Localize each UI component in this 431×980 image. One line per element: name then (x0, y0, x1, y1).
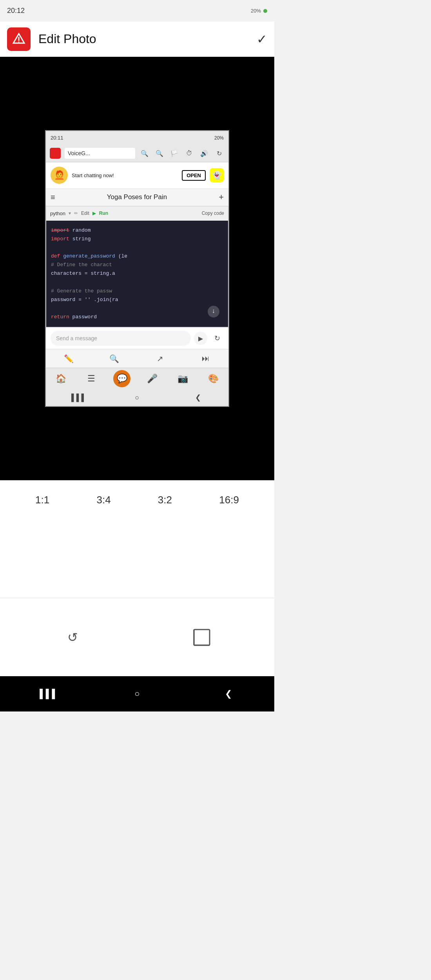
url-bar[interactable]: VoiceG... (65, 148, 135, 159)
code-line-5: characters = string.a (51, 269, 223, 278)
outer-back-button[interactable]: ❮ (219, 684, 238, 704)
send-button[interactable]: ▶ (194, 332, 207, 345)
status-icons: 20% (251, 8, 267, 14)
crop-tool[interactable] (188, 624, 216, 651)
menu-nav-icon[interactable]: ☰ (83, 370, 100, 387)
outer-recent-button[interactable]: ▐▐▐ (36, 684, 56, 704)
home-button[interactable]: ○ (129, 394, 145, 402)
confirm-button[interactable]: ✓ (257, 32, 267, 47)
zoom-out-icon[interactable]: 🔍 (139, 148, 150, 159)
status-bar: 20:12 20% (0, 0, 274, 22)
code-line-blank1 (51, 243, 223, 252)
sound-icon[interactable]: 🔊 (199, 148, 210, 159)
regenerate-button[interactable]: ↻ (210, 332, 224, 345)
code-line-3: def generate_password (le (51, 252, 223, 261)
code-line-6: # Generate the passw (51, 287, 223, 296)
battery-text: 20% (251, 8, 261, 14)
code-container: python ▾ ✏ Edit ▶ Run Copy code import r… (46, 206, 228, 327)
home-nav-icon[interactable]: 🏠 (53, 370, 70, 387)
ad-banner: 🧑‍🦰 Start chatting now! OPEN 👻 (46, 162, 228, 189)
url-text: VoiceG... (68, 150, 90, 156)
code-block: import random import string def generate… (46, 221, 228, 327)
browser-app-icon (50, 148, 61, 159)
svg-rect-3 (194, 630, 210, 645)
aspect-ratio-bar: 1:1 3:4 3:2 16:9 (0, 480, 274, 519)
code-line-8: return password ↓ (51, 313, 223, 321)
import-keyword-1: import (51, 227, 69, 233)
password-line: password = (51, 297, 85, 303)
comment-2: # Generate the passw (51, 288, 112, 294)
inner-battery: 20% (214, 135, 224, 141)
fast-forward-icon[interactable]: ⏭ (199, 352, 213, 366)
def-keyword: def (51, 253, 63, 259)
page-nav: ≡ Yoga Poses for Pain + (46, 189, 228, 206)
characters-line: characters = string.a (51, 270, 115, 276)
recent-apps-button[interactable]: ▐▐▐ (69, 394, 84, 402)
ad-text: Start chatting now! (72, 172, 178, 178)
code-line-2: import string (51, 235, 223, 243)
copy-label[interactable]: Copy code (202, 211, 224, 216)
pencil-icon[interactable]: ✏️ (62, 352, 76, 366)
code-toolbar: python ▾ ✏ Edit ▶ Run Copy code (46, 207, 228, 221)
page-nav-title: Yoga Poses for Pain (59, 193, 215, 201)
code-line-blank3 (51, 304, 223, 313)
ad-open-button[interactable]: OPEN (182, 170, 206, 181)
camera-nav-icon[interactable]: 📷 (174, 370, 191, 387)
string-value: '' (85, 297, 91, 303)
signal-dot (263, 9, 267, 13)
language-label: python (50, 211, 65, 216)
outer-bottom-nav: ▐▐▐ ○ ❮ (0, 676, 274, 711)
aspect-3-4[interactable]: 3:4 (96, 494, 110, 506)
run-label[interactable]: Run (99, 211, 108, 216)
message-input[interactable]: Send a message (51, 331, 191, 346)
hamburger-icon[interactable]: ≡ (51, 193, 55, 202)
comment-1: # Define the charact (51, 262, 112, 268)
chat-nav-icon[interactable]: 💬 (113, 370, 130, 387)
page-title: Edit Photo (38, 32, 257, 46)
share-icon[interactable]: ↗ (153, 352, 167, 366)
return-keyword: return (51, 314, 72, 320)
aspect-16-9[interactable]: 16:9 (219, 494, 239, 506)
inner-status-bar: 20:11 20% (46, 131, 228, 145)
function-name: generate_password (63, 253, 115, 259)
aspect-3-2[interactable]: 3:2 (158, 494, 172, 506)
status-time: 20:12 (7, 7, 25, 15)
import-keyword-2: import (51, 236, 69, 242)
aspect-1-1[interactable]: 1:1 (35, 494, 49, 506)
browser-toolbar[interactable]: VoiceG... 🔍 🔍 🏳️ ⏱ 🔊 ↻ (46, 145, 228, 162)
phone-screenshot: 20:11 20% VoiceG... 🔍 🔍 🏳️ ⏱ 🔊 ↻ 🧑‍🦰 Sta… (45, 130, 229, 407)
svg-point-2 (18, 41, 20, 42)
system-nav: ▐▐▐ ○ ❮ (46, 389, 228, 406)
search-toolbar-icon[interactable]: 🔍 (107, 352, 121, 366)
code-line-4: # Define the charact (51, 261, 223, 269)
message-input-area: Send a message ▶ ↻ (46, 327, 228, 349)
edit-label[interactable]: Edit (81, 211, 89, 216)
ad-avatar: 🧑‍🦰 (51, 167, 68, 184)
scroll-down-button[interactable]: ↓ (208, 306, 219, 318)
refresh-icon[interactable]: ↻ (214, 148, 225, 159)
inner-time: 20:11 (51, 135, 63, 141)
app-logo (7, 27, 31, 51)
bottom-nav: 🏠 ☰ 💬 🎤 📷 🎨 (46, 368, 228, 389)
timer-icon[interactable]: ⏱ (184, 148, 195, 159)
zoom-in-icon[interactable]: 🔍 (154, 148, 165, 159)
chevron-icon: ▾ (69, 211, 71, 216)
crop-icon (192, 628, 212, 647)
code-line-1: import random (51, 226, 223, 235)
logo-icon (12, 32, 26, 46)
inner-status-icons: 20% (214, 135, 224, 141)
play-icon: ▶ (92, 211, 96, 216)
code-line-7: password = '' .join(ra (51, 296, 223, 304)
back-button[interactable]: ❮ (190, 393, 206, 402)
flag-icon[interactable]: 🏳️ (169, 148, 180, 159)
outer-home-button[interactable]: ○ (127, 684, 147, 704)
spacer-area (0, 519, 274, 598)
bottom-toolbar: ✏️ 🔍 ↗ ⏭ (46, 349, 228, 368)
rotate-tool[interactable]: ↺ (59, 624, 86, 651)
mic-nav-icon[interactable]: 🎤 (144, 370, 161, 387)
code-line-blank2 (51, 278, 223, 287)
bottom-tools: ↺ (0, 598, 274, 676)
snapchat-icon: 👻 (210, 168, 224, 182)
palette-nav-icon[interactable]: 🎨 (205, 370, 222, 387)
add-icon[interactable]: + (219, 192, 224, 202)
